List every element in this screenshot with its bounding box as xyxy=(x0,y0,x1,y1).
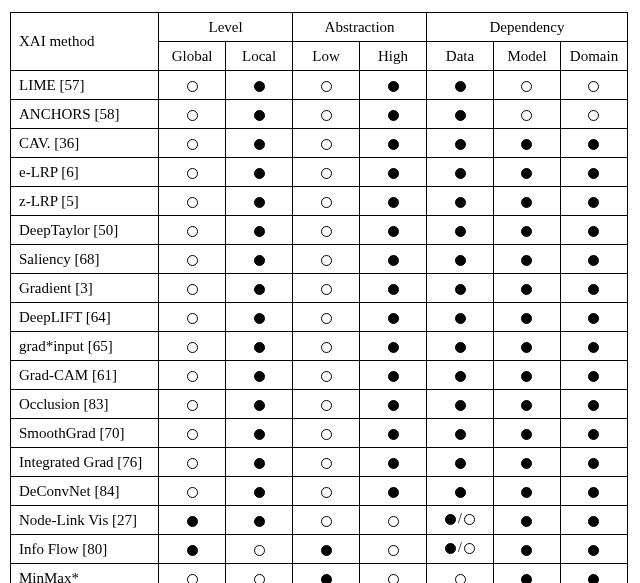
mark-cell xyxy=(360,158,427,187)
col-sub-header: Low xyxy=(293,42,360,71)
mark-cell xyxy=(360,274,427,303)
mark-cell xyxy=(427,390,494,419)
table-row: Grad-CAM [61] xyxy=(11,361,628,390)
mark-cell xyxy=(159,129,226,158)
mark-cell xyxy=(293,448,360,477)
mark-cell xyxy=(560,129,627,158)
mark-cell xyxy=(226,187,293,216)
mark-cell xyxy=(226,332,293,361)
mark-cell xyxy=(226,419,293,448)
table-row: ANCHORS [58] xyxy=(11,100,628,129)
mark-cell xyxy=(427,71,494,100)
mark-cell xyxy=(360,129,427,158)
mark-cell xyxy=(159,419,226,448)
method-name: Gradient [3] xyxy=(11,274,159,303)
mark-cell xyxy=(427,274,494,303)
mark-cell xyxy=(560,448,627,477)
mark-cell xyxy=(560,303,627,332)
mark-cell xyxy=(427,245,494,274)
mark-cell xyxy=(226,448,293,477)
mark-cell xyxy=(360,419,427,448)
mark-cell: / xyxy=(427,506,494,535)
mark-cell xyxy=(560,535,627,564)
method-name: Node-Link Vis [27] xyxy=(11,506,159,535)
mark-cell xyxy=(293,506,360,535)
col-group-header: Abstraction xyxy=(293,13,427,42)
table-row: SmoothGrad [70] xyxy=(11,419,628,448)
mark-cell xyxy=(360,477,427,506)
col-header-method: XAI method xyxy=(11,13,159,71)
mark-cell xyxy=(360,100,427,129)
mark-cell xyxy=(159,506,226,535)
mark-cell xyxy=(226,158,293,187)
table-row: DeepLIFT [64] xyxy=(11,303,628,332)
mark-cell xyxy=(494,361,561,390)
col-sub-header: Global xyxy=(159,42,226,71)
mark-cell xyxy=(427,419,494,448)
table-row: Info Flow [80]/ xyxy=(11,535,628,564)
col-sub-header: Data xyxy=(427,42,494,71)
mark-cell xyxy=(494,100,561,129)
mark-cell xyxy=(560,506,627,535)
method-name: MinMax* xyxy=(11,564,159,584)
method-name: LIME [57] xyxy=(11,71,159,100)
table-row: Integrated Grad [76] xyxy=(11,448,628,477)
mark-cell xyxy=(226,564,293,584)
mark-cell xyxy=(226,216,293,245)
mark-cell xyxy=(159,274,226,303)
mark-cell xyxy=(226,71,293,100)
mark-cell xyxy=(560,71,627,100)
col-sub-header: Model xyxy=(494,42,561,71)
method-name: CAV. [36] xyxy=(11,129,159,158)
mark-cell xyxy=(560,245,627,274)
method-name: ANCHORS [58] xyxy=(11,100,159,129)
mark-cell xyxy=(293,390,360,419)
mark-cell xyxy=(159,390,226,419)
mark-cell xyxy=(494,564,561,584)
mark-cell xyxy=(427,158,494,187)
mark-cell xyxy=(360,535,427,564)
mark-cell xyxy=(293,274,360,303)
table-row: Occlusion [83] xyxy=(11,390,628,419)
mark-cell: / xyxy=(427,535,494,564)
mark-cell xyxy=(293,158,360,187)
table-row: Gradient [3] xyxy=(11,274,628,303)
mark-cell xyxy=(293,129,360,158)
mark-cell xyxy=(427,477,494,506)
table-row: Saliency [68] xyxy=(11,245,628,274)
mark-cell xyxy=(293,564,360,584)
method-name: SmoothGrad [70] xyxy=(11,419,159,448)
mark-cell xyxy=(494,419,561,448)
table-row: DeConvNet [84] xyxy=(11,477,628,506)
mark-cell xyxy=(494,390,561,419)
mark-cell xyxy=(560,419,627,448)
method-name: DeepTaylor [50] xyxy=(11,216,159,245)
mark-cell xyxy=(159,216,226,245)
mark-cell xyxy=(226,100,293,129)
mark-cell xyxy=(560,187,627,216)
mark-cell xyxy=(494,506,561,535)
table-body: LIME [57]ANCHORS [58]CAV. [36]e-LRP [6]z… xyxy=(11,71,628,584)
col-group-header: Level xyxy=(159,13,293,42)
mark-cell xyxy=(560,361,627,390)
mark-cell xyxy=(293,419,360,448)
mark-cell xyxy=(159,332,226,361)
mark-cell xyxy=(560,390,627,419)
mark-cell xyxy=(494,216,561,245)
mark-cell xyxy=(494,448,561,477)
mark-cell xyxy=(560,216,627,245)
mark-cell xyxy=(560,564,627,584)
mark-cell xyxy=(427,129,494,158)
mark-cell xyxy=(427,303,494,332)
table-row: Node-Link Vis [27]/ xyxy=(11,506,628,535)
mark-cell xyxy=(293,303,360,332)
mark-cell xyxy=(494,129,561,158)
method-name: Occlusion [83] xyxy=(11,390,159,419)
mark-cell xyxy=(159,158,226,187)
mark-cell xyxy=(494,535,561,564)
mark-cell xyxy=(427,216,494,245)
method-name: Integrated Grad [76] xyxy=(11,448,159,477)
mark-cell xyxy=(427,448,494,477)
mark-cell xyxy=(560,477,627,506)
mark-cell xyxy=(427,187,494,216)
